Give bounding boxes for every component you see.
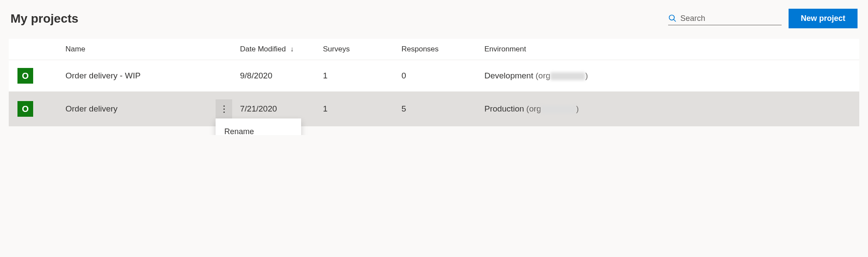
col-header-date-label: Date Modified [240, 45, 286, 54]
row-responses-cell: 5 [401, 104, 484, 114]
svg-point-0 [669, 15, 674, 20]
svg-line-1 [673, 20, 676, 22]
table-row[interactable]: O Order delivery Rename Copy Share Updat… [9, 91, 859, 126]
environment-name: Production [484, 104, 524, 113]
row-surveys-cell: 1 [323, 71, 401, 81]
more-actions-button[interactable] [216, 99, 232, 118]
page-header: My projects New project [9, 9, 859, 28]
row-date-cell: 9/8/2020 [240, 71, 323, 81]
row-environment-cell: Development (org) [484, 71, 859, 81]
sort-descending-icon: ↓ [290, 45, 294, 53]
search-icon [668, 14, 677, 23]
environment-name: Development [484, 71, 533, 80]
menu-wrapper: Rename Copy Share Update Delete [216, 99, 232, 118]
vertical-dots-icon [223, 105, 225, 113]
row-icon-cell: O [9, 101, 65, 117]
col-header-surveys[interactable]: Surveys [323, 45, 401, 54]
page-title: My projects [10, 12, 79, 26]
row-date-cell: 7/21/2020 [240, 104, 323, 114]
table-header-row: Name Date Modified ↓ Surveys Responses E… [9, 39, 859, 60]
row-surveys-cell: 1 [323, 104, 401, 114]
search-input[interactable] [680, 14, 782, 23]
table-row[interactable]: O Order delivery - WIP 9/8/2020 1 0 Deve… [9, 60, 859, 91]
environment-org: (org) [533, 71, 588, 80]
search-box[interactable] [668, 12, 782, 25]
redacted-org-id [550, 72, 585, 80]
projects-table: Name Date Modified ↓ Surveys Responses E… [9, 39, 859, 126]
project-icon: O [17, 101, 33, 117]
new-project-button[interactable]: New project [789, 9, 858, 28]
environment-org: (org) [524, 104, 579, 113]
project-icon: O [17, 68, 33, 84]
redacted-org-id [541, 105, 576, 113]
col-header-date-modified[interactable]: Date Modified ↓ [240, 45, 323, 54]
row-responses-cell: 0 [401, 71, 484, 81]
row-environment-cell: Production (org) [484, 104, 859, 114]
col-header-name[interactable]: Name [65, 45, 240, 54]
project-name: Order delivery - WIP [65, 71, 141, 81]
col-header-responses[interactable]: Responses [401, 45, 484, 54]
row-name-cell: Order delivery - WIP [65, 71, 240, 81]
col-header-environment[interactable]: Environment [484, 45, 859, 54]
row-name-cell: Order delivery Rename Copy Share Update … [65, 99, 240, 118]
menu-item-rename[interactable]: Rename [216, 122, 301, 135]
project-name: Order delivery [65, 104, 117, 114]
context-menu: Rename Copy Share Update Delete [216, 118, 301, 135]
header-actions: New project [668, 9, 858, 28]
row-icon-cell: O [9, 68, 65, 84]
